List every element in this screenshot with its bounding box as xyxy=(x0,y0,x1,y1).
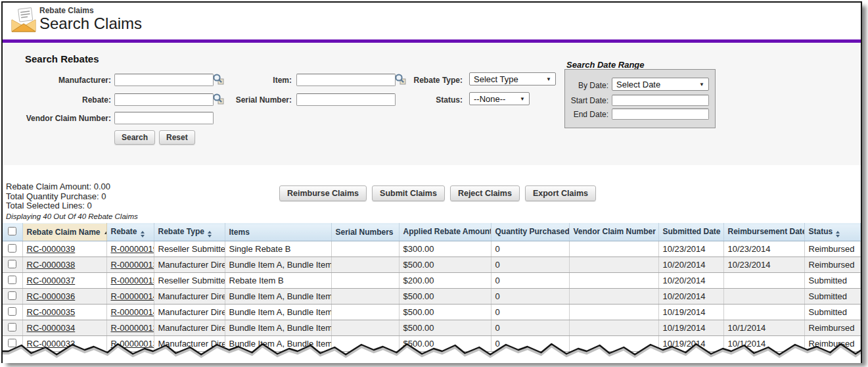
rebate-link[interactable]: R-00000013 xyxy=(111,339,154,349)
cell-applied-rebate-amount: $500.00 xyxy=(399,257,491,273)
rebate-claim-link[interactable]: RC-0000037 xyxy=(27,276,76,285)
row-checkbox[interactable] xyxy=(8,339,16,347)
column-header-rebate-claim-name[interactable]: Rebate Claim Name xyxy=(22,224,106,241)
column-header-items[interactable]: Items xyxy=(225,224,331,241)
rebate-link[interactable]: R-00000013 xyxy=(111,323,154,333)
cell-applied-rebate-amount: $200.00 xyxy=(399,273,491,289)
by-date-select[interactable]: Select Date ▼ xyxy=(612,78,709,91)
column-header-quantity-purchased[interactable]: Quantity Purchased xyxy=(491,224,569,241)
cell-rebate-type: Reseller Submitted xyxy=(154,241,225,257)
table-row: RC-0000033R-00000013Manufacturer DirectB… xyxy=(3,336,861,352)
rebate-claim-link[interactable]: RC-0000038 xyxy=(27,260,76,270)
column-label: Serial Numbers xyxy=(336,228,394,237)
cell-status: Submitted xyxy=(804,305,861,320)
cell-serial-numbers xyxy=(331,336,399,352)
cell-submitted-date: 10/20/2014 xyxy=(658,289,723,305)
cell-name: RC-0000035 xyxy=(22,305,106,320)
status-value: --None-- xyxy=(474,94,505,104)
cell-applied-rebate-amount: $500.00 xyxy=(399,305,491,320)
item-label: Item: xyxy=(219,76,292,85)
end-date-label: End Date: xyxy=(566,110,608,119)
column-header-vendor-claim-number[interactable]: Vendor Claim Number xyxy=(569,224,658,241)
cell-rebate: R-00000014 xyxy=(106,305,154,320)
export-claims-button[interactable]: Export Claims xyxy=(525,185,596,201)
cell-name: RC-0000038 xyxy=(22,257,106,273)
row-checkbox[interactable] xyxy=(8,244,16,253)
cell-status: Submitted xyxy=(804,289,861,305)
column-header-rebate-type[interactable]: Rebate Type xyxy=(154,224,225,241)
reject-claims-button[interactable]: Reject Claims xyxy=(450,185,520,201)
cell-rebate-type: Manufacturer Direct xyxy=(154,257,225,273)
sortable-icon xyxy=(141,231,145,237)
claim-action-buttons: Reimburse ClaimsSubmit ClaimsReject Clai… xyxy=(279,185,596,201)
cell-reimbursement-date: 10/23/2014 xyxy=(723,241,804,257)
cell-serial-numbers xyxy=(331,241,399,257)
cell-quantity-purchased: 0 xyxy=(491,257,569,273)
rebate-claim-link[interactable]: RC-0000039 xyxy=(27,244,76,254)
column-header-applied-rebate-amount[interactable]: Applied Rebate Amount xyxy=(399,224,491,241)
end-date-input[interactable] xyxy=(612,109,709,120)
cell-items: Bundle Item A, Bundle Item B xyxy=(225,320,331,336)
cell-vendor-claim-number xyxy=(569,241,658,257)
status-label: Status: xyxy=(397,95,463,105)
item-input[interactable] xyxy=(296,74,396,86)
column-label: Submitted Date xyxy=(663,227,721,236)
row-checkbox[interactable] xyxy=(8,260,16,268)
table-header-row: Rebate Claim NameRebateRebate TypeItemsS… xyxy=(3,224,861,241)
column-header-submitted-date[interactable]: Submitted Date xyxy=(658,224,723,241)
search-date-range-title: Search Date Range xyxy=(566,60,645,70)
cell-rebate: R-00000019 xyxy=(106,241,154,257)
cell-rebate: R-00000014 xyxy=(106,289,154,305)
select-all-checkbox[interactable] xyxy=(8,227,16,235)
column-header-reimbursement-date[interactable]: Reimbursement Date xyxy=(723,224,804,241)
cell-rebate-type: Manufacturer Direct xyxy=(154,336,225,352)
search-button[interactable]: Search xyxy=(114,130,155,145)
rebate-claim-link[interactable]: RC-0000033 xyxy=(27,339,76,349)
cell-reimbursement-date xyxy=(723,305,804,320)
vendor-claim-number-input[interactable] xyxy=(114,112,214,124)
submit-claims-button[interactable]: Submit Claims xyxy=(372,185,445,201)
table-row: RC-0000036R-00000014Manufacturer DirectB… xyxy=(3,289,861,305)
column-header-rebate[interactable]: Rebate xyxy=(106,224,154,241)
row-checkbox[interactable] xyxy=(8,276,16,284)
reimburse-claims-button[interactable]: Reimburse Claims xyxy=(279,185,367,201)
start-date-input[interactable] xyxy=(612,95,709,106)
status-select[interactable]: --None-- ▼ xyxy=(469,92,530,105)
cell-vendor-claim-number xyxy=(569,273,658,289)
rebate-input[interactable] xyxy=(114,93,214,106)
rebate-claim-link[interactable]: RC-0000034 xyxy=(27,323,76,333)
cell-status: Reimbursed xyxy=(804,336,861,352)
row-checkbox[interactable] xyxy=(8,291,16,300)
rebate-claim-link[interactable]: RC-0000036 xyxy=(27,291,76,301)
cell-items: Rebate Item B xyxy=(225,273,331,289)
cell-rebate-type: Manufacturer Direct xyxy=(154,320,225,336)
rebate-link[interactable]: R-00000015 xyxy=(111,276,154,285)
row-checkbox-cell xyxy=(3,305,22,320)
vendor-claim-number-label: Vendor Claim Number: xyxy=(3,114,111,123)
serial-number-input[interactable] xyxy=(296,93,396,106)
manufacturer-input[interactable] xyxy=(114,74,214,86)
rebate-claim-amount-text: Rebate Claim Amount: 0.00 xyxy=(6,182,138,192)
cell-submitted-date: 10/19/2014 xyxy=(658,305,723,320)
mid-section: Rebate Claim Amount: 0.00 Total Quantity… xyxy=(3,165,861,223)
total-selected-lines-text: Total Selected Lines: 0 xyxy=(6,201,138,211)
cell-applied-rebate-amount: $500.00 xyxy=(399,320,491,336)
column-header-serial-numbers[interactable]: Serial Numbers xyxy=(331,224,399,241)
row-checkbox[interactable] xyxy=(8,307,16,316)
column-label: Quantity Purchased xyxy=(495,227,570,236)
cell-name: RC-0000034 xyxy=(22,320,106,336)
rebate-claim-link[interactable]: RC-0000035 xyxy=(27,307,76,317)
cell-status: Reimbursed xyxy=(804,257,861,273)
rebate-link[interactable]: R-00000019 xyxy=(111,244,154,254)
rebate-link[interactable]: R-00000014 xyxy=(111,291,154,301)
reset-button[interactable]: Reset xyxy=(159,130,195,145)
table-row: RC-0000038R-00000013Manufacturer DirectB… xyxy=(3,257,861,273)
row-checkbox[interactable] xyxy=(8,323,16,331)
rebate-type-value: Select Type xyxy=(474,74,518,84)
column-header-status[interactable]: Status xyxy=(804,224,861,241)
table-row: RC-0000034R-00000013Manufacturer DirectB… xyxy=(3,320,861,336)
page-title: Search Claims xyxy=(39,15,142,32)
rebate-link[interactable]: R-00000014 xyxy=(111,307,154,317)
rebate-link[interactable]: R-00000013 xyxy=(111,260,154,270)
rebate-type-select[interactable]: Select Type ▼ xyxy=(469,72,556,86)
